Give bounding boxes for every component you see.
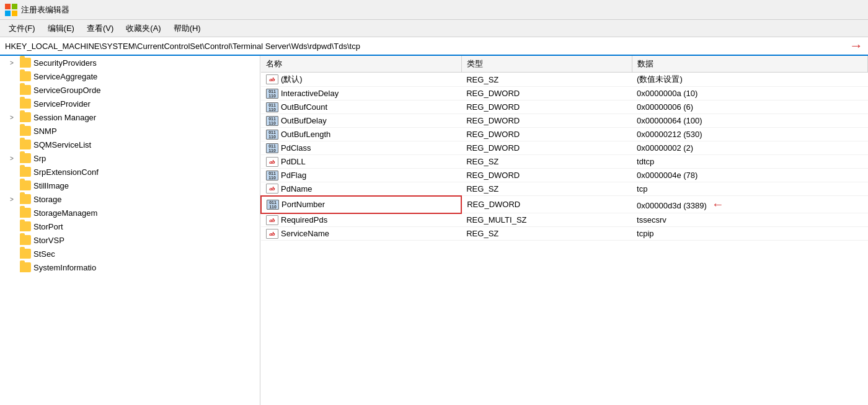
tree-item-label: SNMP bbox=[33, 127, 57, 136]
values-table: 名称 类型 数据 ab(默认)REG_SZ(数值未设置)011110Intera… bbox=[260, 56, 868, 241]
reg-value-name: InteractiveDelay bbox=[281, 89, 339, 98]
tree-item-storage[interactable]: >Storage bbox=[0, 192, 260, 206]
cell-type: REG_DWORD bbox=[461, 196, 632, 213]
tree-arrow-icon: > bbox=[10, 196, 20, 203]
reg-value-name: PortNumber bbox=[281, 200, 325, 209]
cell-data: 0x00000002 (2) bbox=[632, 141, 867, 155]
tree-item-stor-vsp[interactable]: StorVSP bbox=[0, 233, 260, 247]
tree-item-security-providers[interactable]: >SecurityProviders bbox=[0, 56, 260, 69]
menu-bar: 文件(F)编辑(E)查看(V)收藏夹(A)帮助(H) bbox=[0, 20, 868, 37]
reg-value-name: (默认) bbox=[281, 74, 303, 85]
tree-item-sqm-service-list[interactable]: SQMServiceList bbox=[0, 138, 260, 151]
svg-rect-0 bbox=[5, 4, 11, 9]
table-row[interactable]: 011110PortNumberREG_DWORD0x00000d3d (338… bbox=[261, 196, 868, 213]
col-header-data[interactable]: 数据 bbox=[632, 56, 867, 73]
reg-value-name: PdName bbox=[281, 184, 312, 194]
table-row[interactable]: 011110PdClassREG_DWORD0x00000002 (2) bbox=[261, 141, 868, 155]
table-row[interactable]: abPdDLLREG_SZtdtcp bbox=[261, 155, 868, 169]
folder-icon bbox=[20, 167, 31, 177]
cell-name: abServiceName bbox=[261, 227, 461, 241]
folder-icon bbox=[20, 235, 31, 245]
cell-name: 011110OutBufLength bbox=[261, 128, 461, 141]
table-row[interactable]: ab(默认)REG_SZ(数值未设置) bbox=[261, 73, 868, 87]
table-row[interactable]: 011110OutBufLengthREG_DWORD0x00000212 (5… bbox=[261, 128, 868, 141]
cell-data: (数值未设置) bbox=[632, 73, 867, 87]
reg-icon-ab: ab bbox=[266, 229, 278, 239]
reg-value-name: OutBufCount bbox=[281, 102, 327, 112]
cell-type: REG_DWORD bbox=[461, 128, 632, 141]
folder-icon bbox=[20, 99, 31, 109]
svg-rect-1 bbox=[12, 4, 17, 9]
tree-item-still-image[interactable]: StillImage bbox=[0, 179, 260, 192]
table-row[interactable]: abRequiredPdsREG_MULTI_SZtssecsrv bbox=[261, 213, 868, 227]
menu-item-favorites[interactable]: 收藏夹(A) bbox=[120, 22, 167, 35]
tree-item-label: ServiceAggregate bbox=[33, 72, 97, 81]
folder-icon bbox=[20, 140, 31, 149]
tree-item-label: StorVSP bbox=[33, 236, 64, 245]
tree-item-label: Storage bbox=[33, 195, 62, 204]
reg-value-name: ServiceName bbox=[281, 229, 329, 238]
tree-item-session-manager[interactable]: >Session Manager bbox=[0, 110, 260, 124]
cell-data: 0x00000064 (100) bbox=[632, 114, 867, 128]
tree-arrow-icon: > bbox=[10, 155, 20, 162]
table-row[interactable]: 011110OutBufCountREG_DWORD0x00000006 (6) bbox=[261, 100, 868, 114]
menu-item-file[interactable]: 文件(F) bbox=[2, 22, 42, 35]
cell-name: 011110OutBufDelay bbox=[261, 114, 461, 128]
address-bar: → bbox=[0, 37, 868, 56]
menu-item-help[interactable]: 帮助(H) bbox=[167, 22, 207, 35]
tree-item-stor-port[interactable]: StorPort bbox=[0, 220, 260, 233]
tree-item-service-provider[interactable]: ServiceProvider bbox=[0, 97, 260, 110]
svg-rect-3 bbox=[12, 11, 17, 16]
cell-data: tcpip bbox=[632, 227, 867, 241]
tree-item-st-sec[interactable]: StSec bbox=[0, 247, 260, 260]
address-arrow-icon: → bbox=[849, 38, 863, 54]
tree-item-srp[interactable]: >Srp bbox=[0, 151, 260, 165]
folder-icon bbox=[20, 112, 31, 122]
cell-type: REG_SZ bbox=[461, 155, 632, 169]
table-row[interactable]: 011110PdFlagREG_DWORD0x0000004e (78) bbox=[261, 169, 868, 182]
menu-item-edit[interactable]: 编辑(E) bbox=[42, 22, 81, 35]
tree-item-label: ServiceProvider bbox=[33, 99, 91, 109]
tree-item-label: ServiceGroupOrde bbox=[33, 86, 100, 95]
menu-item-view[interactable]: 查看(V) bbox=[81, 22, 120, 35]
tree-item-system-informatio[interactable]: SystemInformatio bbox=[0, 260, 260, 274]
tree-item-label: StillImage bbox=[33, 181, 69, 190]
cell-type: REG_MULTI_SZ bbox=[461, 213, 632, 227]
cell-type: REG_SZ bbox=[461, 182, 632, 196]
main-content: >SecurityProvidersServiceAggregateServic… bbox=[0, 56, 868, 405]
tree-item-storage-management[interactable]: StorageManagem bbox=[0, 206, 260, 220]
cell-data: tssecsrv bbox=[632, 213, 867, 227]
folder-icon bbox=[20, 208, 31, 218]
table-row[interactable]: abPdNameREG_SZtcp bbox=[261, 182, 868, 196]
title-bar-text: 注册表编辑器 bbox=[21, 4, 69, 16]
table-row[interactable]: 011110OutBufDelayREG_DWORD0x00000064 (10… bbox=[261, 114, 868, 128]
reg-icon-ab: ab bbox=[266, 215, 278, 225]
tree-item-srp-extension-conf[interactable]: SrpExtensionConf bbox=[0, 165, 260, 179]
table-row[interactable]: abServiceNameREG_SZtcpip bbox=[261, 227, 868, 241]
reg-value-name: PdFlag bbox=[281, 171, 306, 180]
address-input[interactable] bbox=[5, 42, 844, 51]
tree-arrow-icon: > bbox=[10, 60, 20, 66]
cell-type: REG_DWORD bbox=[461, 87, 632, 100]
table-header-row: 名称 类型 数据 bbox=[261, 56, 868, 73]
tree-item-snmp[interactable]: SNMP bbox=[0, 124, 260, 138]
row-arrow-icon: ← bbox=[712, 197, 724, 211]
cell-name: abPdDLL bbox=[261, 155, 461, 169]
tree-item-service-aggregate[interactable]: ServiceAggregate bbox=[0, 69, 260, 83]
folder-icon bbox=[20, 85, 31, 95]
cell-type: REG_SZ bbox=[461, 73, 632, 87]
reg-icon-ab: ab bbox=[266, 74, 278, 84]
cell-data: tdtcp bbox=[632, 155, 867, 169]
tree-item-label: SQMServiceList bbox=[33, 140, 91, 149]
title-bar: 注册表编辑器 bbox=[0, 0, 868, 20]
tree-item-label: SecurityProviders bbox=[33, 58, 97, 68]
table-row[interactable]: 011110InteractiveDelayREG_DWORD0x0000000… bbox=[261, 87, 868, 100]
folder-icon bbox=[20, 180, 31, 190]
reg-icon-dword: 011110 bbox=[266, 171, 278, 180]
tree-item-service-group-order[interactable]: ServiceGroupOrde bbox=[0, 83, 260, 97]
col-header-type[interactable]: 类型 bbox=[461, 56, 632, 73]
folder-icon bbox=[20, 221, 31, 231]
reg-icon-ab: ab bbox=[266, 184, 278, 194]
cell-name: 011110InteractiveDelay bbox=[261, 87, 461, 100]
col-header-name[interactable]: 名称 bbox=[261, 56, 461, 73]
